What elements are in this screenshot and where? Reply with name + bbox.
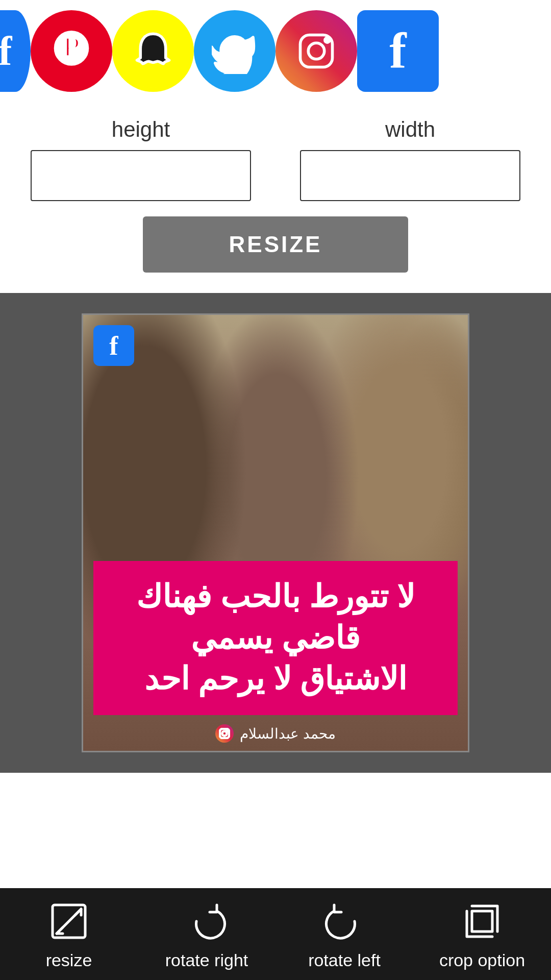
preview-area: f لا تتورط بالحب فهناك قاضي يسمي الاشتيا… bbox=[0, 293, 551, 773]
svg-line-9 bbox=[57, 909, 81, 934]
bottom-toolbar: resize rotate right rotate left bbox=[0, 888, 551, 980]
rotate-right-label: rotate right bbox=[165, 950, 248, 970]
svg-text:P: P bbox=[63, 31, 80, 63]
resize-section: height width RESIZE bbox=[0, 102, 551, 293]
svg-point-4 bbox=[325, 38, 330, 42]
height-group: height bbox=[31, 117, 251, 201]
snapchat-icon[interactable] bbox=[112, 10, 194, 92]
resize-icon bbox=[46, 898, 92, 944]
crop-icon bbox=[459, 898, 505, 944]
resize-inputs: height width bbox=[31, 117, 520, 201]
svg-point-7 bbox=[227, 730, 228, 732]
instagram-icon[interactable] bbox=[276, 10, 357, 92]
crop-label: crop option bbox=[439, 950, 525, 970]
toolbar-rotate-left[interactable]: rotate left bbox=[288, 898, 400, 970]
arabic-text-line2: الاشتياق لا يرحم احد bbox=[109, 658, 442, 700]
arabic-text-line1: لا تتورط بالحب فهناك قاضي يسمي bbox=[109, 576, 442, 658]
social-bar: f P f bbox=[0, 0, 551, 102]
svg-point-3 bbox=[308, 43, 324, 59]
facebook-partial-icon[interactable]: f bbox=[0, 10, 31, 92]
twitter-icon[interactable] bbox=[194, 10, 276, 92]
svg-rect-10 bbox=[472, 911, 492, 932]
toolbar-rotate-right[interactable]: rotate right bbox=[151, 898, 263, 970]
image-inner: f لا تتورط بالحب فهناك قاضي يسمي الاشتيا… bbox=[83, 315, 468, 751]
rotate-left-label: rotate left bbox=[308, 950, 381, 970]
resize-label: resize bbox=[46, 950, 92, 970]
watermark-bottom: محمد عبدالسلام bbox=[83, 724, 468, 743]
facebook-full-icon[interactable]: f bbox=[357, 10, 439, 92]
height-input[interactable] bbox=[31, 150, 251, 201]
toolbar-resize[interactable]: resize bbox=[13, 898, 125, 970]
toolbar-crop[interactable]: crop option bbox=[426, 898, 538, 970]
width-input[interactable] bbox=[300, 150, 520, 201]
fb-icon-text: f bbox=[109, 331, 118, 361]
fb-watermark: f bbox=[93, 325, 134, 366]
ig-small-icon bbox=[215, 724, 234, 743]
height-label: height bbox=[112, 117, 170, 142]
watermark-text: محمد عبدالسلام bbox=[240, 725, 336, 742]
pinterest-icon[interactable]: P bbox=[31, 10, 112, 92]
width-group: width bbox=[300, 117, 520, 201]
width-label: width bbox=[385, 117, 435, 142]
resize-button[interactable]: RESIZE bbox=[143, 216, 408, 273]
image-container: f لا تتورط بالحب فهناك قاضي يسمي الاشتيا… bbox=[82, 313, 469, 752]
rotate-right-icon bbox=[184, 898, 230, 944]
arabic-banner: لا تتورط بالحب فهناك قاضي يسمي الاشتياق … bbox=[93, 561, 458, 715]
rotate-left-icon bbox=[321, 898, 367, 944]
